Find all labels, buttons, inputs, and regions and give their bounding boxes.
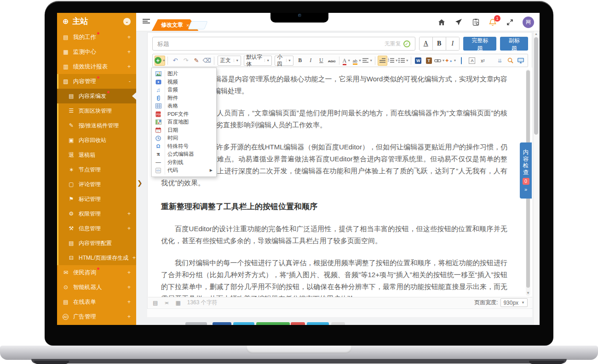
fullscreen-icon[interactable] xyxy=(506,18,514,26)
action-button-1[interactable] xyxy=(213,322,231,325)
sidebar-subitem-5[interactable]: ∗节点管理 xyxy=(57,162,136,177)
image-panel-button[interactable] xyxy=(457,56,466,66)
title-font-color-button[interactable]: A xyxy=(420,37,433,50)
sidebar-subitem-8[interactable]: ⚙权限管理+ xyxy=(57,206,136,221)
underline-button[interactable]: U xyxy=(316,56,326,66)
sidebar-subitem-10[interactable]: ▤内容管理配置 xyxy=(57,236,136,250)
title-italic-button[interactable]: I xyxy=(446,37,460,50)
insert-menu-item-11[interactable]: —分割线 xyxy=(152,159,216,167)
undo-button[interactable]: ↶ xyxy=(170,56,180,66)
action-button-2[interactable] xyxy=(233,322,254,325)
insert-menu-item-5[interactable]: PDFPDF文件 xyxy=(152,110,216,119)
insert-dropdown-button[interactable]: +▼ xyxy=(155,56,165,66)
action-button-4[interactable] xyxy=(291,322,305,325)
preview-screen-button[interactable] xyxy=(516,56,526,66)
sidebar-subitem-2[interactable]: ✎报/推送稿件管理 xyxy=(57,118,136,133)
highlight-color-button[interactable]: ab▼ xyxy=(352,56,362,66)
action-button-5[interactable] xyxy=(307,322,329,325)
more-tools-button[interactable]: ⇊ xyxy=(495,56,505,66)
format-brush-button[interactable]: ✎ xyxy=(191,56,201,66)
insert-menu-item-10[interactable]: π公式编辑器 xyxy=(152,150,216,159)
eraser-button[interactable]: ⌫ xyxy=(202,56,212,66)
bold-button[interactable]: B xyxy=(295,56,305,66)
avatar[interactable]: 网 xyxy=(523,17,534,28)
audit-icon[interactable] xyxy=(472,18,480,26)
menu-toggle-icon[interactable] xyxy=(143,19,150,24)
sidebar-subitem-4[interactable]: 退退稿箱 xyxy=(57,148,136,162)
insert-menu-item-9[interactable]: Ω特殊符号 xyxy=(152,142,216,151)
paragraph-format-select[interactable]: 正文▼ xyxy=(218,56,241,66)
sidebar-item-0[interactable]: ▤我的工作+ xyxy=(57,30,136,45)
ordered-list-button[interactable]: 12▼ xyxy=(388,56,398,66)
full-title-button[interactable]: 完整标题 xyxy=(463,37,496,51)
redo-button[interactable]: ↷ xyxy=(181,56,190,66)
sidebar-collapse-handle[interactable]: ❯ xyxy=(137,179,143,187)
insert-menu-item-4[interactable]: 表格 xyxy=(152,102,216,110)
insert-menu-item-7[interactable]: 日期 xyxy=(152,126,216,135)
home-icon[interactable] xyxy=(437,18,446,26)
insert-menu-item-2[interactable]: ♫音频 xyxy=(152,86,216,94)
sidebar-subitem-11[interactable]: ⊟HTML/页面缓存生成+ xyxy=(57,250,136,265)
superscript-button[interactable]: x² xyxy=(478,56,488,66)
announce-icon[interactable] xyxy=(454,18,463,26)
bell-icon[interactable]: 1 xyxy=(489,18,497,26)
page-scrollbar[interactable]: ▲ xyxy=(533,31,539,325)
sidebar-item-6[interactable]: ▤在线表单+ xyxy=(57,295,136,309)
sidebar-item-label: 页面区块管理 xyxy=(79,107,112,115)
chevron-down-icon[interactable]: ⌄ xyxy=(123,18,131,25)
insert-menu-item-3[interactable]: 附件 xyxy=(152,94,216,102)
sidebar-subitem-9[interactable]: ⚒信息管理+ xyxy=(57,221,136,236)
sidebar-item-3[interactable]: ▧内容管理- xyxy=(57,74,136,89)
insert-menu-item-0[interactable]: 图片 xyxy=(152,70,216,78)
insert-menu-item-8[interactable]: 时间 xyxy=(152,134,216,142)
clock-icon xyxy=(155,136,162,141)
sidebar-subitem-6[interactable]: ▢评论管理 xyxy=(57,177,136,192)
insert-dropdown-menu: 图片视频♫音频附件表格PDFPDF文件百度地图日期时间Ω特殊符号π公式编辑器—分… xyxy=(151,68,217,177)
fixed-width-icon[interactable]: ≍ xyxy=(164,300,169,306)
font-size-select[interactable]: 小四▼ xyxy=(275,56,293,66)
import-word-button[interactable]: W xyxy=(414,56,423,66)
font-family-select[interactable]: 默认字体▼ xyxy=(244,56,272,66)
action-button-0[interactable] xyxy=(185,322,207,325)
char-border-button[interactable]: A xyxy=(467,56,477,66)
action-button-3[interactable] xyxy=(256,322,290,325)
content-check-tab[interactable]: 内容检查 0 » xyxy=(520,142,532,199)
sidebar-item-label: 标记管理 xyxy=(79,195,101,203)
italic-button[interactable]: I xyxy=(306,56,316,66)
first-line-indent-button[interactable] xyxy=(378,56,387,66)
superscript-icon: x² xyxy=(481,57,484,64)
scroll-down-arrow-icon[interactable]: ▼ xyxy=(526,291,530,295)
unordered-list-button[interactable]: ▼ xyxy=(399,56,408,66)
link-button[interactable]: ▼ xyxy=(435,56,444,66)
insert-menu-item-label: 表格 xyxy=(167,102,178,109)
action-button-6[interactable] xyxy=(331,322,345,325)
auto-typeset-button[interactable]: ✦✦▼ xyxy=(445,56,456,66)
sidebar-item-7[interactable]: AD广告管理+ xyxy=(57,309,136,324)
insert-menu-item-1[interactable]: 视频 xyxy=(152,78,216,86)
paste-as-text-button[interactable]: T xyxy=(424,56,434,66)
grid-view-icon[interactable]: ▦ xyxy=(175,300,180,306)
search-replace-button[interactable] xyxy=(506,56,515,66)
sidebar-subitem-7[interactable]: ⚑标记管理 xyxy=(57,192,136,206)
sidebar-item-2[interactable]: ▥绩效统计报表+ xyxy=(57,59,136,74)
subtitle-button[interactable]: 副标题 xyxy=(500,37,528,51)
sidebar-item-4[interactable]: ✉便民咨询+ xyxy=(57,265,136,280)
sidebar-item-1[interactable]: ▦监测中心+ xyxy=(57,45,136,59)
sidebar-subitem-0[interactable]: ▤内容采编发 xyxy=(57,89,136,103)
site-switcher[interactable]: ⊕ 主站 ⌄ xyxy=(57,13,136,30)
sidebar-subitem-3[interactable]: ▣内容回收站 xyxy=(57,133,136,148)
insert-menu-item-6[interactable]: 百度地图 xyxy=(152,118,216,126)
page-scrollbar-thumb[interactable] xyxy=(534,37,538,135)
pen-icon: ✎ xyxy=(68,122,75,129)
element-path-icon[interactable]: ▤ xyxy=(153,300,158,306)
title-bold-button[interactable]: B xyxy=(433,37,446,50)
page-width-select[interactable]: 930px ▼ xyxy=(500,298,528,307)
sidebar-item-5[interactable]: ⊙智能机器人+ xyxy=(57,280,136,295)
scroll-up-arrow-icon[interactable]: ▲ xyxy=(534,32,539,35)
insert-menu-item-12[interactable]: </>代码▶ xyxy=(152,166,216,175)
sidebar-subitem-1[interactable]: ☰页面区块管理 xyxy=(57,103,136,118)
title-input[interactable] xyxy=(153,37,415,50)
font-color-button[interactable]: A▼ xyxy=(342,56,351,66)
strikethrough-button[interactable]: ABC xyxy=(327,56,337,66)
align-button[interactable]: ▼ xyxy=(363,56,373,66)
